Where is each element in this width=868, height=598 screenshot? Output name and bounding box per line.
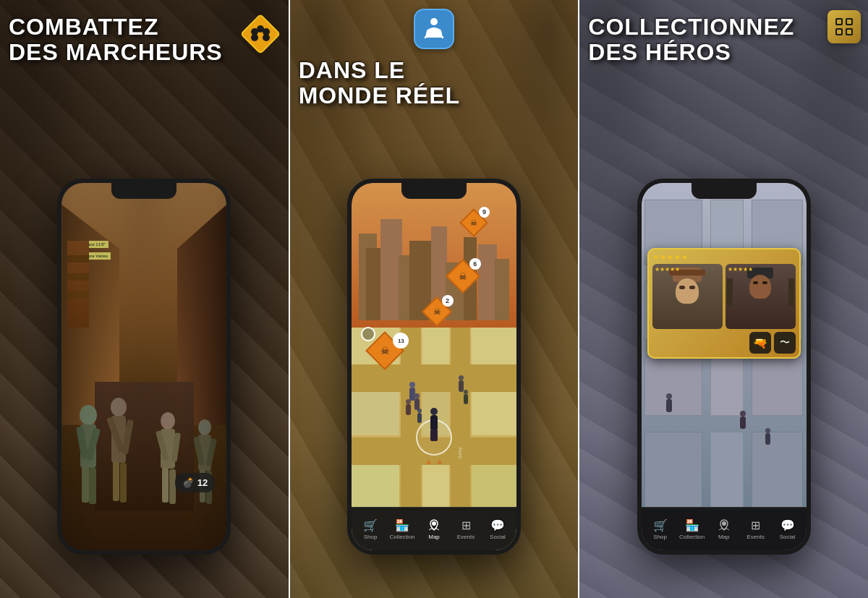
ar-icon-box — [414, 9, 454, 49]
block-4 — [352, 392, 399, 436]
star-1: ★ — [652, 253, 659, 261]
rick-face — [676, 278, 699, 304]
phone-frame-1: Clearance 11'6" Clearance Varies — [57, 179, 231, 555]
nav-events-3[interactable]: ⊞ Events — [740, 518, 772, 540]
p3-walker-1 — [666, 393, 672, 412]
star-4: ★ — [674, 253, 681, 261]
city-block-12 — [752, 432, 803, 511]
svg-point-12 — [111, 398, 127, 417]
michonne-dreads-l — [727, 278, 733, 307]
michonne-eye-r — [762, 281, 767, 284]
michonne-eye-l — [753, 281, 758, 284]
grenade-counter: 💣 12 — [175, 473, 215, 492]
map-icon-3 — [715, 518, 733, 532]
block-7 — [352, 465, 399, 511]
block-2 — [422, 328, 448, 364]
hero-cards-container: ★ ★ ★ ★ ★ — [647, 248, 801, 359]
zombie-1 — [70, 404, 106, 508]
map-nav-svg-3 — [718, 518, 731, 531]
phone-notch-2 — [401, 183, 467, 199]
zombie-3 — [153, 411, 183, 508]
nav-shop-label-2: Shop — [364, 534, 378, 540]
nav-map-label-2: Map — [428, 534, 440, 540]
player-arrows: ▲ ▲ — [424, 456, 443, 466]
svg-rect-0 — [241, 14, 280, 54]
skull-sign-3: ☠ 6 — [451, 264, 475, 289]
map-walker-4 — [417, 409, 422, 423]
svg-rect-16 — [113, 461, 119, 501]
skull-diamond-title-icon — [239, 13, 281, 58]
svg-point-31 — [432, 521, 436, 526]
phone-mockup-2: dway — [347, 179, 521, 555]
p3-walker-2 — [740, 411, 746, 429]
zombie-4 — [191, 419, 218, 508]
road-v2 — [451, 328, 470, 511]
nav-events-label-2: Events — [457, 534, 475, 540]
panel-2-title-line1: DANS LE — [299, 57, 405, 83]
nav-collection-3[interactable]: 🏪 Collection — [676, 518, 708, 540]
michonne-stars: ★★★★★ — [728, 266, 753, 273]
map-walker-2 — [414, 393, 420, 410]
svg-rect-37 — [847, 20, 851, 24]
bottom-nav-2: 🛒 Shop 🏪 Collection — [352, 507, 516, 550]
collection-icon-2: 🏪 — [393, 518, 411, 532]
weapon-icons-row: 🔫 〜 — [652, 332, 796, 354]
svg-rect-17 — [120, 463, 127, 503]
cart-icon-3: 🛒 — [652, 518, 669, 532]
hero-stars-row: ★ ★ ★ ★ ★ — [652, 253, 796, 261]
hero-portraits-row: ★★★★★ — [652, 264, 796, 329]
screen-content-1: Clearance 11'6" Clearance Varies — [61, 183, 226, 550]
svg-rect-22 — [162, 468, 169, 503]
ar-icon-top — [414, 9, 454, 49]
nav-collection-2[interactable]: 🏪 Collection — [386, 518, 418, 540]
rick-eye-l — [679, 286, 685, 289]
events-icon-3: ⊞ — [747, 518, 765, 532]
phone-screen-3: ★ ★ ★ ★ ★ — [642, 183, 807, 550]
panel-2-title: DANS LE MONDE RÉEL — [299, 58, 570, 108]
nav-events-2[interactable]: ⊞ Events — [450, 518, 482, 540]
city-block-8 — [710, 356, 744, 416]
zombie-2 — [103, 397, 135, 508]
michonne-face — [749, 275, 771, 299]
gun-icon: 🔫 — [749, 332, 771, 354]
rick-eye-r — [689, 286, 695, 289]
nav-shop-2[interactable]: 🛒 Shop — [354, 518, 386, 540]
road-h1 — [352, 364, 516, 392]
panel-1-title-line1: COMBATTEZ — [9, 14, 158, 40]
phone-screen-2: dway — [352, 183, 516, 550]
zombie-svg-2 — [103, 397, 135, 505]
nav-map-label-3: Map — [718, 534, 730, 540]
panel-fight: COMBATTEZ DES MARCHEURS — [0, 0, 290, 598]
svg-rect-38 — [837, 30, 841, 34]
nav-collection-label-2: Collection — [389, 534, 414, 540]
skull-sign-4: ☠ 13 — [371, 337, 399, 364]
svg-rect-23 — [169, 469, 176, 504]
nav-social-2[interactable]: 💬 Social — [482, 518, 514, 540]
phone-frame-2: dway — [347, 179, 521, 555]
phone-notch-3 — [692, 183, 757, 199]
phone-mockup-3: ★ ★ ★ ★ ★ — [637, 179, 811, 555]
panel-1-title-line2: DES MARCHEURS — [9, 39, 223, 65]
nav-map-2[interactable]: Map — [418, 518, 450, 540]
city-block-11 — [710, 432, 744, 511]
michonne-portrait: ★★★★★ — [726, 264, 796, 329]
panel-heroes: COLLECTIONNEZ DES HÉROS — [579, 0, 868, 598]
bottom-nav-3: 🛒 Shop 🏪 Collection — [642, 507, 807, 550]
svg-rect-39 — [847, 30, 851, 34]
map-walker-6 — [464, 390, 468, 404]
screen-content-3: ★ ★ ★ ★ ★ — [642, 183, 807, 550]
svg-point-40 — [722, 521, 726, 526]
nav-shop-label-3: Shop — [653, 534, 667, 540]
screen-content-2: dway — [352, 183, 516, 550]
nav-social-label-3: Social — [780, 534, 796, 540]
nav-social-3[interactable]: 💬 Social — [772, 518, 804, 540]
nav-shop-3[interactable]: 🛒 Shop — [644, 518, 676, 540]
phone-mockup-1: Clearance 11'6" Clearance Varies — [57, 179, 231, 555]
grenade-icon: 💣 — [182, 477, 194, 488]
star-5: ★ — [681, 253, 688, 261]
social-icon-3: 💬 — [779, 518, 796, 532]
michonne-dreads-r — [788, 278, 794, 307]
nav-map-3[interactable]: Map — [708, 518, 740, 540]
hero-card-outer: ★ ★ ★ ★ ★ — [647, 248, 801, 359]
svg-point-24 — [198, 419, 211, 435]
